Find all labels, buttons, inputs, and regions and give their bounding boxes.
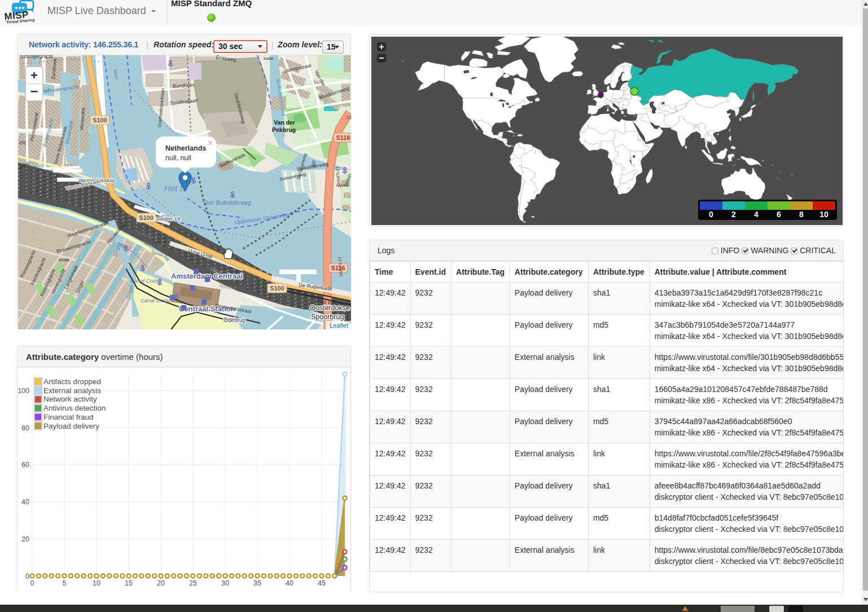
svg-text:Steiger 14: Steiger 14 — [156, 215, 180, 222]
svg-text:2: 2 — [731, 210, 736, 219]
svg-text:45: 45 — [318, 579, 326, 587]
svg-text:Van der: Van der — [274, 119, 295, 126]
svg-text:0: 0 — [25, 573, 29, 580]
svg-text:External analysis: External analysis — [43, 386, 101, 395]
svg-text:−: − — [30, 83, 38, 99]
svg-text:+: + — [30, 68, 38, 82]
svg-text:20: 20 — [157, 579, 165, 587]
svg-text:cht: cht — [19, 140, 26, 146]
svg-text:Netherlands: Netherlands — [165, 144, 206, 152]
svg-text:outsingergracht: outsingergracht — [20, 55, 53, 59]
svg-text:6: 6 — [777, 210, 781, 219]
svg-text:kade: kade — [264, 56, 274, 61]
svg-text:30: 30 — [221, 579, 229, 587]
svg-text:Veer Buiksloterweg: Veer Buiksloterweg — [203, 200, 251, 206]
svg-text:S116: S116 — [336, 134, 350, 141]
svg-text:15: 15 — [125, 579, 133, 587]
svg-text:80: 80 — [21, 424, 29, 432]
svg-text:10: 10 — [819, 210, 828, 219]
svg-text:35: 35 — [253, 579, 261, 587]
svg-text:Pekbrug: Pekbrug — [272, 126, 296, 133]
svg-text:Leaflet: Leaflet — [330, 322, 348, 329]
svg-text:5: 5 — [63, 579, 67, 587]
svg-text:Financial fraud: Financial fraud — [43, 413, 94, 421]
svg-text:Odebrug: Odebrug — [223, 317, 246, 323]
svg-text:S11: S11 — [346, 115, 351, 120]
svg-text:null, null: null, null — [165, 154, 191, 162]
svg-text:4: 4 — [754, 210, 759, 219]
svg-text:40: 40 — [286, 579, 293, 587]
svg-text:0: 0 — [709, 210, 713, 219]
svg-text:Canal Cruise: Canal Cruise — [141, 297, 172, 303]
svg-text:25: 25 — [189, 579, 197, 587]
svg-text:20: 20 — [21, 535, 29, 543]
svg-text:60: 60 — [21, 461, 29, 469]
svg-text:S100: S100 — [270, 285, 284, 292]
svg-text:Payload delivery: Payload delivery — [43, 422, 99, 430]
svg-text:Antivirus detection: Antivirus detection — [43, 404, 106, 412]
svg-text:100: 100 — [17, 387, 29, 395]
svg-text:Canal Cruise: Canal Cruise — [130, 278, 161, 284]
svg-text:0: 0 — [30, 579, 34, 587]
svg-text:Spoorbrug: Spoorbrug — [311, 313, 344, 321]
svg-text:Network activity: Network activity — [43, 395, 97, 403]
svg-text:10: 10 — [93, 579, 100, 587]
svg-text:40: 40 — [21, 498, 29, 506]
svg-text:8: 8 — [799, 210, 804, 219]
svg-text:erdijk: erdijk — [59, 257, 70, 262]
svg-text:S100: S100 — [93, 117, 107, 124]
svg-text:S100: S100 — [139, 214, 154, 221]
svg-text:Artifacts dropped: Artifacts dropped — [43, 377, 101, 386]
